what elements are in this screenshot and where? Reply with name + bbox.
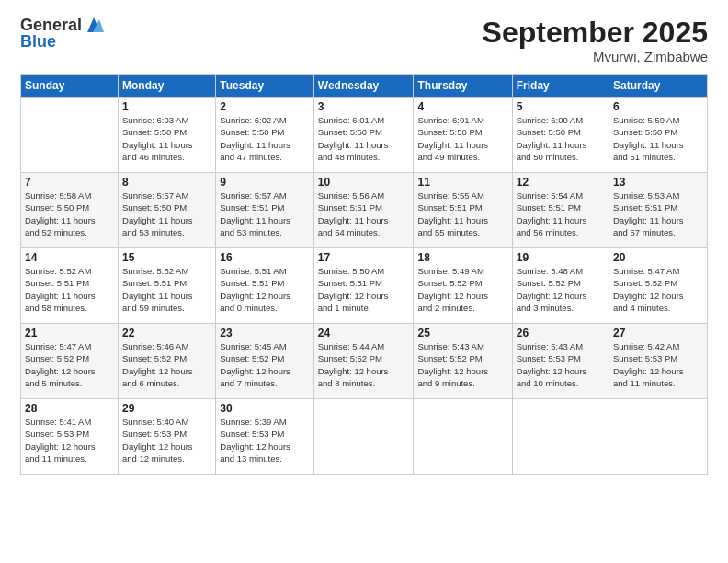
day-info-line: Sunset: 5:51 PM <box>220 201 310 213</box>
day-number: 19 <box>517 251 605 264</box>
day-info-line: and 54 minutes. <box>318 226 410 238</box>
calendar-cell: 23Sunrise: 5:45 AMSunset: 5:52 PMDayligh… <box>216 324 314 399</box>
day-info: Sunrise: 5:57 AMSunset: 5:50 PMDaylight:… <box>122 190 211 238</box>
day-info: Sunrise: 5:40 AMSunset: 5:53 PMDaylight:… <box>122 416 211 465</box>
day-info-line: Daylight: 12 hours <box>25 365 114 377</box>
day-info: Sunrise: 5:48 AMSunset: 5:52 PMDaylight:… <box>517 265 605 314</box>
day-info-line: Daylight: 12 hours <box>220 365 310 377</box>
weekday-header-sunday: Sunday <box>21 75 119 98</box>
day-info-line: and 7 minutes. <box>220 377 310 389</box>
day-info-line: Sunset: 5:51 PM <box>318 277 410 289</box>
day-info-line: Daylight: 12 hours <box>220 290 310 302</box>
day-info: Sunrise: 5:53 AMSunset: 5:51 PMDaylight:… <box>613 190 703 238</box>
day-info-line: and 2 minutes. <box>417 302 507 314</box>
calendar-cell <box>313 399 414 475</box>
calendar-cell: 16Sunrise: 5:51 AMSunset: 5:51 PMDayligh… <box>216 248 314 324</box>
day-info: Sunrise: 5:46 AMSunset: 5:52 PMDaylight:… <box>122 340 211 389</box>
day-number: 21 <box>25 327 114 339</box>
day-info-line: Sunrise: 5:52 AM <box>25 265 114 277</box>
day-number: 9 <box>220 176 310 189</box>
weekday-header-saturday: Saturday <box>609 75 708 98</box>
weekday-header-tuesday: Tuesday <box>216 75 314 98</box>
weekday-header-friday: Friday <box>512 75 609 98</box>
day-info-line: Sunrise: 5:58 AM <box>25 190 114 201</box>
day-number: 23 <box>220 327 310 339</box>
day-number: 24 <box>318 327 410 339</box>
day-number: 4 <box>417 100 507 113</box>
day-info-line: and 50 minutes. <box>517 151 605 163</box>
day-info-line: Daylight: 11 hours <box>122 290 211 302</box>
day-info-line: and 11 minutes. <box>25 453 114 465</box>
day-info: Sunrise: 5:52 AMSunset: 5:51 PMDaylight:… <box>25 265 114 314</box>
day-info-line: Sunrise: 5:52 AM <box>122 265 211 277</box>
day-info-line: Sunrise: 6:01 AM <box>417 114 507 126</box>
calendar-cell: 2Sunrise: 6:02 AMSunset: 5:50 PMDaylight… <box>216 98 314 173</box>
calendar-cell: 25Sunrise: 5:43 AMSunset: 5:52 PMDayligh… <box>414 324 512 399</box>
day-info-line: Sunset: 5:50 PM <box>417 126 507 138</box>
day-number: 3 <box>318 100 410 113</box>
day-info-line: Daylight: 12 hours <box>122 365 211 377</box>
calendar-cell: 26Sunrise: 5:43 AMSunset: 5:53 PMDayligh… <box>512 324 609 399</box>
calendar-cell <box>512 399 609 475</box>
calendar-cell: 10Sunrise: 5:56 AMSunset: 5:51 PMDayligh… <box>313 173 414 248</box>
day-info: Sunrise: 5:49 AMSunset: 5:52 PMDaylight:… <box>417 265 507 314</box>
day-info-line: Sunrise: 5:46 AM <box>122 340 211 352</box>
day-info-line: Sunset: 5:50 PM <box>613 126 703 138</box>
weekday-header-monday: Monday <box>119 75 216 98</box>
day-info-line: Sunrise: 5:41 AM <box>25 416 114 428</box>
day-info-line: Daylight: 11 hours <box>25 290 114 302</box>
day-info-line: Daylight: 12 hours <box>318 365 410 377</box>
day-info: Sunrise: 6:00 AMSunset: 5:50 PMDaylight:… <box>517 114 605 163</box>
day-number: 17 <box>318 251 410 264</box>
day-info-line: Sunrise: 5:42 AM <box>613 340 703 352</box>
day-info-line: Daylight: 12 hours <box>417 365 507 377</box>
day-number: 25 <box>417 327 507 339</box>
day-info-line: Daylight: 11 hours <box>220 139 310 151</box>
day-info-line: Sunset: 5:50 PM <box>122 201 211 213</box>
calendar-cell: 22Sunrise: 5:46 AMSunset: 5:52 PMDayligh… <box>119 324 216 399</box>
calendar-cell: 28Sunrise: 5:41 AMSunset: 5:53 PMDayligh… <box>21 399 119 475</box>
day-info-line: Sunrise: 5:45 AM <box>220 340 310 352</box>
calendar-cell <box>414 399 512 475</box>
day-info-line: Sunset: 5:50 PM <box>220 126 310 138</box>
calendar-cell: 27Sunrise: 5:42 AMSunset: 5:53 PMDayligh… <box>609 324 708 399</box>
day-info-line: Daylight: 11 hours <box>318 139 410 151</box>
day-info-line: Sunset: 5:50 PM <box>318 126 410 138</box>
day-info-line: Daylight: 11 hours <box>122 139 211 151</box>
day-number: 8 <box>122 176 211 189</box>
logo: General Blue <box>20 17 104 52</box>
day-info-line: Sunrise: 6:01 AM <box>318 114 410 126</box>
day-info-line: Daylight: 11 hours <box>517 139 605 151</box>
day-number: 27 <box>613 327 703 339</box>
day-info-line: Sunrise: 5:56 AM <box>318 190 410 201</box>
day-info-line: and 59 minutes. <box>122 302 211 314</box>
day-info-line: Sunset: 5:53 PM <box>122 428 211 440</box>
day-info-line: Daylight: 12 hours <box>122 441 211 453</box>
day-info-line: Sunrise: 5:57 AM <box>122 190 211 201</box>
day-info-line: Sunset: 5:52 PM <box>25 352 114 364</box>
day-info: Sunrise: 5:44 AMSunset: 5:52 PMDaylight:… <box>318 340 410 389</box>
calendar-cell: 13Sunrise: 5:53 AMSunset: 5:51 PMDayligh… <box>609 173 708 248</box>
day-info-line: Sunset: 5:53 PM <box>517 352 605 364</box>
day-info-line: Daylight: 11 hours <box>417 214 507 226</box>
day-number: 12 <box>517 176 605 189</box>
logo-icon <box>84 16 104 34</box>
day-info-line: and 12 minutes. <box>122 453 211 465</box>
day-info: Sunrise: 5:50 AMSunset: 5:51 PMDaylight:… <box>318 265 410 314</box>
day-info-line: Sunrise: 5:43 AM <box>517 340 605 352</box>
day-number: 1 <box>122 100 211 113</box>
week-row-2: 7Sunrise: 5:58 AMSunset: 5:50 PMDaylight… <box>21 173 708 248</box>
day-info-line: Daylight: 12 hours <box>220 441 310 453</box>
day-info-line: and 3 minutes. <box>517 302 605 314</box>
calendar-cell: 8Sunrise: 5:57 AMSunset: 5:50 PMDaylight… <box>119 173 216 248</box>
day-info-line: Daylight: 12 hours <box>318 290 410 302</box>
day-number: 10 <box>318 176 410 189</box>
day-info-line: Sunrise: 6:02 AM <box>220 114 310 126</box>
day-info-line: Daylight: 11 hours <box>417 139 507 151</box>
day-info-line: and 1 minute. <box>318 302 410 314</box>
day-info: Sunrise: 5:55 AMSunset: 5:51 PMDaylight:… <box>417 190 507 238</box>
calendar-cell: 20Sunrise: 5:47 AMSunset: 5:52 PMDayligh… <box>609 248 708 324</box>
day-info-line: Daylight: 11 hours <box>220 214 310 226</box>
day-number: 15 <box>122 251 211 264</box>
header: General Blue September 2025 Mvurwi, Zimb… <box>20 17 708 64</box>
